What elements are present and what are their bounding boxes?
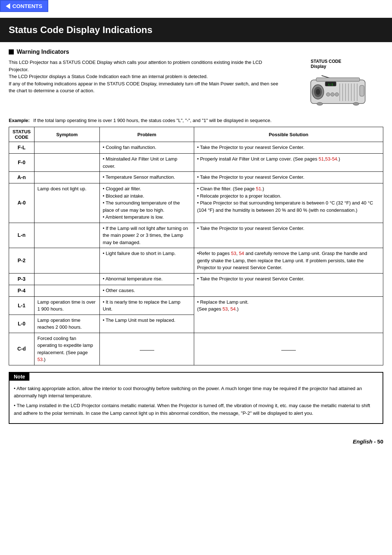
table-row: L-1 Lamp operation time is over 1 900 ho… <box>9 296 383 315</box>
problem-cell: • If the Lamp will not light after turni… <box>100 223 194 248</box>
projector-illustration: L-1 <box>289 69 376 113</box>
code-cell: L-1 <box>9 296 34 315</box>
col-header-problem: Problem <box>100 127 194 142</box>
svg-point-17 <box>335 93 339 96</box>
note-body: After taking appropriate action, allow t… <box>9 384 383 423</box>
col-header-symptom: Symptom <box>34 127 100 142</box>
code-cell: A-0 <box>9 183 34 223</box>
solution-cell: • Clean the filter. (See page 51.) • Rel… <box>194 183 383 223</box>
symptom-cell: Lamp operation time is over 1 900 hours. <box>34 296 100 315</box>
symptom-cell: Lamp does not light up. <box>34 183 100 223</box>
note-header: Note <box>9 373 29 381</box>
symptom-cell <box>34 223 100 248</box>
problem-cell: • Abnormal temperature rise. <box>100 273 194 285</box>
symptom-cell: Forced cooling fan operating to expedite… <box>34 333 100 365</box>
symptom-cell <box>34 273 100 285</box>
solution-cell: • Replace the Lamp unit.(See pages 53, 5… <box>194 296 383 333</box>
table-row: P-2 • Light failure due to short in Lamp… <box>9 248 383 274</box>
status-code-display-label: STATUS CODE Display <box>311 59 341 69</box>
desc-line-3: If any of the following indications appe… <box>9 80 282 94</box>
page-title: Status Code Display Indications <box>9 24 152 35</box>
solution-cell: • Take the Projector to your nearest Ser… <box>194 273 383 296</box>
solution-cell <box>194 333 383 365</box>
symptom-cell <box>34 142 100 154</box>
section-heading: Warning Indicators <box>9 49 383 55</box>
table-row: F-0 • Misinstalled Air Filter Unit or La… <box>9 154 383 172</box>
main-content: Warning Indicators This LCD Projector ha… <box>0 42 392 437</box>
black-square-icon <box>9 49 14 54</box>
page-title-bar: Status Code Display Indications <box>0 18 392 42</box>
table-row: A-0 Lamp does not light up. • Clogged ai… <box>9 183 383 223</box>
problem-cell: • Cooling fan malfunction. <box>100 142 194 154</box>
top-section: This LCD Projector has a STATUS CODE Dis… <box>9 59 383 113</box>
code-cell: P-3 <box>9 273 34 285</box>
code-cell: C-d <box>9 333 34 365</box>
svg-text:L-1: L-1 <box>328 83 333 86</box>
note-item-1: After taking appropriate action, allow t… <box>14 385 378 400</box>
solution-cell: • Take the Projector to your nearest Ser… <box>194 142 383 154</box>
problem-cell: • Clogged air filter. • Blocked air inta… <box>100 183 194 223</box>
code-cell: P-4 <box>9 285 34 296</box>
table-row: C-d Forced cooling fan operating to expe… <box>9 333 383 365</box>
svg-rect-18 <box>360 85 364 96</box>
page-number: 50 <box>377 438 383 445</box>
solution-cell: • Take the Projector to your nearest Ser… <box>194 223 383 248</box>
problem-cell: • It is nearly time to replace the Lamp … <box>100 296 194 315</box>
status-table: STATUSCODE Symptom Problem Possible Solu… <box>9 127 383 365</box>
symptom-cell <box>34 285 100 296</box>
code-cell: F-0 <box>9 154 34 172</box>
desc-line-1: This LCD Projector has a STATUS CODE Dis… <box>9 59 282 73</box>
solution-cell: • Properly install Air Filter Unit or La… <box>194 154 383 172</box>
example-text: Example: If the total lamp operating tim… <box>9 118 383 123</box>
symptom-cell: Lamp operation time reaches 2 000 hours. <box>34 315 100 333</box>
symptom-cell <box>34 172 100 183</box>
symptom-cell <box>34 248 100 274</box>
svg-point-16 <box>331 93 334 96</box>
desc-line-2: The LCD Projector displays a Status Code… <box>9 73 282 80</box>
problem-cell <box>100 333 194 365</box>
col-header-status-code: STATUSCODE <box>9 127 34 142</box>
svg-point-15 <box>326 93 330 96</box>
problem-cell: • The Lamp Unit must be replaced. <box>100 315 194 333</box>
example-label: Example: <box>9 118 30 123</box>
code-cell: F-L <box>9 142 34 154</box>
table-row: P-3 • Abnormal temperature rise. • Take … <box>9 273 383 285</box>
code-cell: L-n <box>9 223 34 248</box>
warning-description: This LCD Projector has a STATUS CODE Dis… <box>9 59 282 113</box>
code-cell: L-0 <box>9 315 34 333</box>
svg-point-20 <box>353 102 359 105</box>
svg-point-19 <box>317 102 323 105</box>
page-footer: English - 50 <box>0 437 392 446</box>
svg-rect-2 <box>316 78 360 81</box>
problem-cell: • Light failure due to short in Lamp. <box>100 248 194 274</box>
projector-image-area: STATUS CODE Display <box>289 59 383 113</box>
problem-cell: • Misinstalled Air Filter Unit or Lamp c… <box>100 154 194 172</box>
table-row: F-L • Cooling fan malfunction. • Take th… <box>9 142 383 154</box>
contents-button[interactable]: CONTENTS <box>0 0 48 12</box>
warning-heading: Warning Indicators <box>17 49 69 55</box>
note-section: Note After taking appropriate action, al… <box>9 372 383 424</box>
table-row: A-n • Temperature Sensor malfunction. • … <box>9 172 383 183</box>
solution-cell: •Refer to pages 53, 54 and carefully rem… <box>194 248 383 274</box>
code-cell: A-n <box>9 172 34 183</box>
language-label: English - <box>353 438 376 445</box>
problem-cell: • Other causes. <box>100 285 194 296</box>
problem-cell: • Temperature Sensor malfunction. <box>100 172 194 183</box>
contents-label: CONTENTS <box>12 3 42 9</box>
arrow-icon <box>6 3 10 9</box>
example-description: If the total lamp operating time is over… <box>33 118 271 123</box>
svg-point-5 <box>316 89 320 95</box>
symptom-cell <box>34 154 100 172</box>
table-row: L-n • If the Lamp will not light after t… <box>9 223 383 248</box>
note-item-2: The Lamp installed in the LCD Projector … <box>14 402 378 417</box>
code-cell: P-2 <box>9 248 34 274</box>
solution-cell: • Take the Projector to your nearest Ser… <box>194 172 383 183</box>
col-header-solution: Possible Solution <box>194 127 383 142</box>
